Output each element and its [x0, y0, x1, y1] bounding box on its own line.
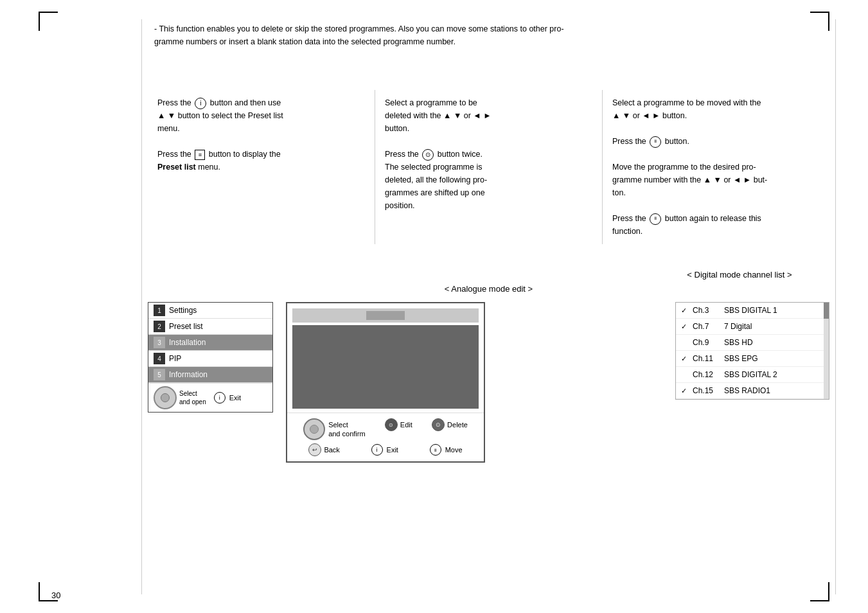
tv-panel: Select and confirm ⊙ Edit ⊙ Delete ↩ Bac… — [286, 302, 485, 463]
corner-decoration — [828, 12, 829, 31]
digital-mode-label: < Digital mode channel list > — [656, 270, 823, 280]
edit-ctrl: ⊙ Edit — [385, 418, 412, 431]
digital-channel-panel: ✓Ch.3SBS DIGITAL 1✓Ch.77 DigitalCh.9SBS … — [675, 302, 829, 400]
col2-line7: grammes are shifted up one — [385, 186, 592, 199]
ch-name: 7 Digital — [724, 322, 824, 331]
tv-tab-indicator — [366, 311, 405, 320]
ch-number: Ch.12 — [693, 370, 722, 379]
edit-label: Edit — [400, 421, 412, 429]
ch-name: SBS EPG — [724, 354, 824, 363]
instruction-col-1: Press the i button and then use ▲ ▼ butt… — [148, 90, 375, 244]
digital-channel-row[interactable]: ✓Ch.77 Digital — [676, 319, 829, 335]
move-label: Move — [445, 446, 463, 454]
digital-channel-row[interactable]: ✓Ch.11SBS EPG — [676, 351, 829, 367]
col3-line8: function. — [612, 225, 820, 238]
col1-line2: ▲ ▼ button to select the Preset list — [157, 109, 365, 122]
menu-item-information[interactable]: 5 Information — [148, 367, 272, 383]
select-confirm-ctrl: Select and confirm — [303, 418, 365, 440]
col2-line2: deleted with the ▲ ▼ or ◄ ► — [385, 109, 592, 122]
page-container: - This function enables you to delete or… — [0, 0, 868, 613]
menu-num-5: 5 — [154, 369, 165, 380]
menu-num-1: 1 — [154, 305, 165, 316]
back-button[interactable]: ↩ — [308, 443, 321, 456]
move-tv-icon[interactable]: ii — [430, 444, 441, 456]
menu-bottom-bar: Select and open i Exit — [148, 383, 272, 412]
move-release-icon: ii — [650, 213, 661, 225]
select-btn-inner — [161, 393, 170, 402]
analogue-mode-label: < Analogue mode edit > — [148, 284, 829, 294]
page-number: 30 — [51, 591, 60, 600]
tv-controls-row2: ↩ Back i Exit ii Move — [287, 443, 484, 461]
instruction-col-3: Select a programme to be moved with the … — [603, 90, 829, 244]
back-label: Back — [324, 446, 339, 454]
menu-label-pip: PIP — [169, 354, 181, 363]
select-confirm-label: Select and confirm — [328, 420, 365, 439]
col3-line4: Move the programme to the desired pro- — [612, 161, 820, 173]
digital-rows-container: ✓Ch.3SBS DIGITAL 1✓Ch.77 DigitalCh.9SBS … — [676, 303, 829, 399]
exit-icon[interactable]: i — [214, 392, 226, 404]
col2-line5: The selected programme is — [385, 161, 592, 173]
instruction-col-2: Select a programme to be deleted with th… — [375, 90, 603, 244]
ch-name: SBS HD — [724, 338, 824, 347]
col1-line4: Press the ≡ button to display the — [157, 148, 365, 161]
exit-tv-label: Exit — [387, 446, 398, 454]
delete-label: Delete — [447, 421, 468, 429]
move-icon: ii — [650, 136, 661, 148]
delete-button[interactable]: ⊙ — [432, 418, 445, 431]
menu-item-pip[interactable]: 4 PIP — [148, 351, 272, 367]
col3-line6: ton. — [612, 186, 820, 199]
ch-number: Ch.11 — [693, 354, 722, 363]
col2-line1: Select a programme to be — [385, 96, 592, 109]
select-confirm-button[interactable] — [303, 418, 325, 440]
menu-item-installation[interactable]: 3 Installation — [148, 335, 272, 351]
menu-item-preset[interactable]: 2 Preset list — [148, 319, 272, 335]
col3-line3: Press the ii button. — [612, 135, 820, 148]
instructions-area: Press the i button and then use ▲ ▼ butt… — [148, 90, 829, 244]
description-line2: gramme numbers or insert a blank station… — [154, 35, 823, 48]
select-open-button[interactable] — [154, 386, 177, 409]
col3-line2: ▲ ▼ or ◄ ► button. — [612, 109, 820, 122]
col1-line1: Press the i button and then use — [157, 96, 365, 109]
back-ctrl: ↩ Back — [308, 443, 339, 456]
ch-name: SBS DIGITAL 2 — [724, 370, 824, 379]
ch-number: Ch.3 — [693, 306, 722, 315]
menu-label-installation: Installation — [169, 338, 206, 347]
digital-scrollbar[interactable] — [824, 303, 829, 399]
info-icon: i — [195, 98, 206, 109]
corner-decoration — [828, 582, 829, 601]
exit-tv-icon[interactable]: i — [371, 444, 383, 456]
col3-line7: Press the ii button again to release thi… — [612, 212, 820, 225]
col2-line3: button. — [385, 122, 592, 135]
select-open-label: Select and open — [179, 389, 206, 406]
ch-number: Ch.9 — [693, 338, 722, 347]
digital-channel-row[interactable]: Ch.9SBS HD — [676, 335, 829, 351]
left-border — [141, 19, 142, 594]
menu-select-open: Select and open — [154, 386, 206, 409]
ch-number: Ch.15 — [693, 386, 722, 395]
check-mark: ✓ — [681, 306, 690, 315]
exit-label: Exit — [229, 394, 241, 402]
menu-item-settings[interactable]: 1 Settings — [148, 303, 272, 319]
top-description: - This function enables you to delete or… — [154, 22, 823, 48]
col2-line6: deleted, all the following pro- — [385, 173, 592, 186]
digital-channel-row[interactable]: ✓Ch.15SBS RADIO1 — [676, 383, 829, 399]
ch-name: SBS RADIO1 — [724, 386, 824, 395]
col3-line1: Select a programme to be moved with the — [612, 96, 820, 109]
digital-scroll-thumb[interactable] — [824, 303, 829, 319]
edit-button[interactable]: ⊙ — [385, 418, 398, 431]
bottom-panels: 1 Settings 2 Preset list 3 Installation … — [148, 302, 829, 463]
digital-channel-row[interactable]: ✓Ch.3SBS DIGITAL 1 — [676, 303, 829, 319]
corner-decoration — [810, 600, 829, 601]
menu-icon: ≡ — [195, 150, 205, 160]
menu-num-3: 3 — [154, 337, 165, 348]
check-mark: ✓ — [681, 323, 690, 331]
move-ctrl: ii Move — [429, 444, 463, 456]
menu-num-4: 4 — [154, 353, 165, 364]
col1-line5: Preset list menu. — [157, 161, 365, 173]
ch-number: Ch.7 — [693, 322, 722, 331]
delete-ctrl: ⊙ Delete — [432, 418, 468, 431]
tv-controls-row: Select and confirm ⊙ Edit ⊙ Delete — [287, 413, 484, 443]
col2-line4: Press the ⊙ button twice. — [385, 148, 592, 161]
digital-channel-row[interactable]: Ch.12SBS DIGITAL 2 — [676, 367, 829, 383]
corner-decoration — [39, 12, 40, 31]
